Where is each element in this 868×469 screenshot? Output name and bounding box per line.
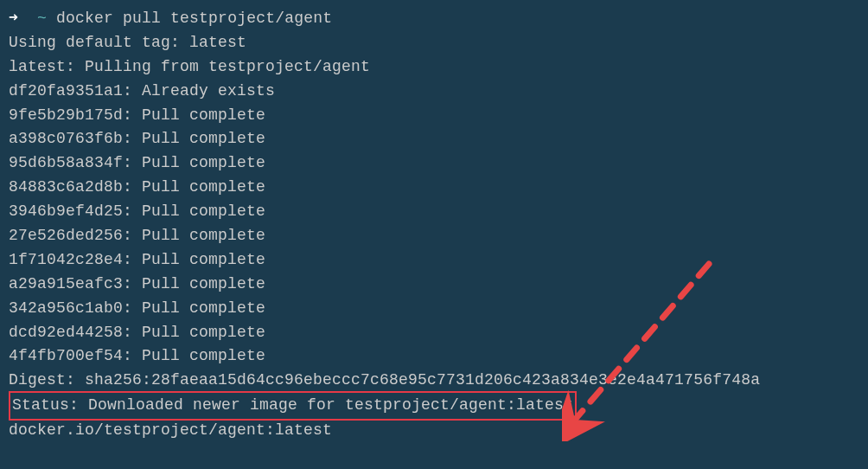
output-final-line: docker.io/testproject/agent:latest [9, 419, 859, 443]
prompt-arrow-icon: ➜ [9, 10, 18, 27]
output-line: 3946b9ef4d25: Pull complete [9, 200, 859, 224]
output-line: a29a915eafc3: Pull complete [9, 273, 859, 297]
prompt-directory: ~ [37, 10, 47, 27]
output-line: Using default tag: latest [9, 31, 859, 55]
output-line: 9fe5b29b175d: Pull complete [9, 104, 859, 128]
output-line: latest: Pulling from testproject/agent [9, 55, 859, 80]
output-line: a398c0763f6b: Pull complete [9, 127, 859, 151]
output-line: 95d6b58a834f: Pull complete [9, 151, 859, 176]
output-line: dcd92ed44258: Pull complete [9, 321, 859, 345]
output-line: df20fa9351a1: Already exists [9, 80, 859, 104]
status-line-highlighted: Status: Downloaded newer image for testp… [9, 391, 577, 421]
output-line: 342a956c1ab0: Pull complete [9, 297, 859, 321]
output-line: 27e526ded256: Pull complete [9, 224, 859, 248]
output-line: 84883c6a2d8b: Pull complete [9, 176, 859, 200]
output-line: 1f71042c28e4: Pull complete [9, 248, 859, 273]
output-digest-line: Digest: sha256:28faeaa15d64cc96ebeccc7c6… [9, 369, 859, 393]
output-line: 4f4fb700ef54: Pull complete [9, 344, 859, 369]
command-text: docker pull testproject/agent [56, 10, 332, 27]
command-prompt-line[interactable]: ➜ ~ docker pull testproject/agent [9, 7, 859, 31]
